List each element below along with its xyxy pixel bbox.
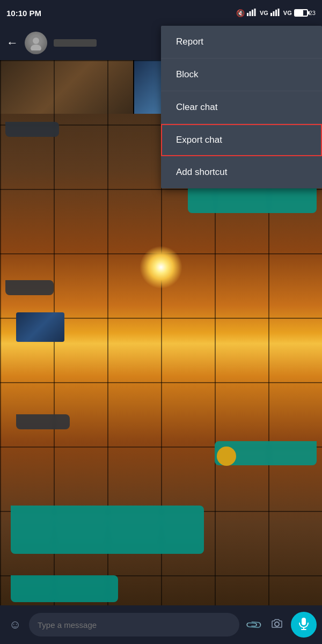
battery-container: 23 [294, 9, 316, 17]
svg-point-8 [33, 38, 39, 44]
menu-item-export-chat[interactable]: Export chat [161, 124, 322, 156]
svg-rect-1 [249, 11, 251, 16]
avatar-inner [25, 32, 47, 54]
camera-icon [270, 618, 283, 632]
input-bar: ☺ 📎 [0, 605, 322, 644]
message-input[interactable] [29, 613, 239, 636]
signal-icon-2 [270, 9, 281, 17]
emoji-reaction [217, 447, 236, 466]
svg-rect-5 [273, 11, 274, 16]
emoji-button[interactable]: ☺ [5, 615, 25, 634]
avatar [25, 32, 47, 54]
network-label-2: VG [283, 10, 292, 16]
received-bubble-1 [5, 122, 59, 137]
attach-icon: 📎 [244, 616, 263, 634]
svg-rect-2 [252, 10, 253, 16]
menu-item-add-shortcut[interactable]: Add shortcut [161, 156, 322, 188]
svg-rect-3 [254, 9, 255, 16]
svg-rect-0 [247, 13, 248, 16]
status-time: 10:10 PM [6, 9, 41, 18]
battery-icon [294, 9, 308, 17]
image-attachment [16, 312, 64, 342]
sent-bubble-4 [11, 575, 118, 602]
attach-button[interactable]: 📎 [244, 615, 263, 634]
svg-point-10 [275, 622, 279, 626]
status-bar: 10:10 PM 🔇 VG VG [0, 0, 322, 26]
emoji-icon: ☺ [9, 618, 21, 632]
voice-button[interactable] [291, 612, 317, 638]
received-bubble-2 [5, 280, 54, 295]
status-icons: 🔇 VG VG 23 [236, 9, 316, 17]
sun-glow [140, 246, 182, 289]
menu-item-clear-chat[interactable]: Clear chat [161, 91, 322, 124]
mute-icon: 🔇 [236, 9, 245, 17]
menu-item-block[interactable]: Block [161, 58, 322, 91]
sent-bubble-3 [11, 506, 204, 554]
svg-rect-4 [270, 13, 272, 16]
context-menu: Report Block Clear chat Export chat Add … [161, 26, 322, 188]
signal-icon-1 [247, 9, 258, 17]
svg-rect-6 [275, 10, 277, 16]
svg-rect-7 [277, 9, 279, 16]
svg-rect-11 [302, 618, 306, 625]
camera-button[interactable] [267, 615, 287, 634]
contact-name [54, 39, 97, 47]
back-button[interactable]: ← [6, 36, 18, 50]
network-label-1: VG [260, 10, 268, 16]
received-bubble-3 [16, 414, 70, 429]
mic-icon [298, 617, 309, 633]
svg-point-9 [31, 45, 41, 50]
menu-item-report[interactable]: Report [161, 26, 322, 58]
battery-percent: 23 [309, 10, 316, 16]
image-attachment-inner [16, 312, 64, 342]
